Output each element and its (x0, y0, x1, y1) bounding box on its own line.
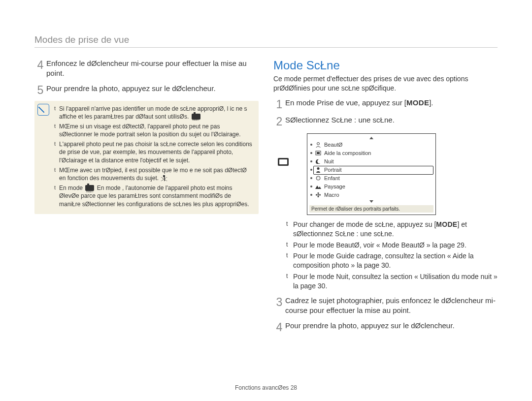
scene-menu-wrap: BeautØ Aide la composition Nuit (290, 132, 436, 220)
step-5: 5 Pour prendre la photo, appuyez sur le … (34, 84, 259, 96)
note-text: En mode (59, 185, 83, 191)
note-box: Si l'appareil n'arrive pas identifier un… (34, 101, 259, 214)
scene-item-landscape[interactable]: Paysage (307, 183, 435, 191)
manual-page: Modes de prise de vue 4 Enfoncez le dØcl… (0, 0, 532, 401)
scene-item-compose[interactable]: Aide la composition (307, 149, 435, 157)
bullet-icon (310, 185, 312, 187)
step-text: SØlectionnez ScŁne : une scŁne. (285, 115, 498, 127)
svg-point-5 (317, 178, 318, 178)
step-number: 2 (273, 115, 285, 127)
page-title: Modes de prise de vue (34, 34, 498, 48)
right-step-2: 2 SØlectionnez ScŁne : une scŁne. (273, 115, 498, 127)
smart-camera-icon: SMART (85, 185, 94, 191)
tripod-icon (161, 175, 167, 181)
right-step-4: 4 Pour prendre la photo, appuyez sur le … (273, 321, 498, 333)
note-text: Si l'appareil n'arrive pas identifier un… (59, 105, 247, 120)
two-column-layout: 4 Enfoncez le dØclencheur mi-course pour… (34, 59, 498, 338)
beauty-icon (315, 142, 322, 148)
frame-icon (315, 150, 322, 156)
scene-label: Macro (324, 192, 432, 198)
step-number: 1 (273, 98, 285, 110)
moon-icon (315, 158, 322, 164)
svg-point-6 (319, 178, 319, 178)
right-step-3: 3 Cadrez le sujet photographier, puis en… (273, 296, 498, 316)
bullet-icon (310, 169, 312, 171)
scene-mode-icon (278, 158, 289, 166)
pencil-icon (38, 107, 44, 113)
scene-label: Nuit (324, 158, 432, 164)
svg-point-0 (317, 143, 320, 145)
svg-point-8 (318, 192, 319, 194)
step-number: 4 (273, 321, 285, 333)
svg-point-10 (316, 194, 317, 196)
landscape-icon (315, 184, 322, 189)
step-text: Enfoncez le dØclencheur mi-course pour e… (46, 59, 259, 79)
right-column: Mode ScŁne Ce mode permet d'effectuer de… (273, 59, 498, 338)
scene-item-beauty[interactable]: BeautØ (307, 141, 435, 149)
svg-point-11 (319, 194, 321, 196)
step-text: Cadrez le sujet photographier, puis enfo… (285, 296, 498, 316)
note-item: L'appareil photo peut ne pas choisir la … (54, 140, 254, 164)
text: En mode Prise de vue, appuyez sur [ (285, 98, 406, 107)
section-title: Mode ScŁne (273, 59, 498, 72)
scene-description: Permet de rØaliser des portraits parfait… (309, 205, 433, 213)
scene-item-child[interactable]: Enfant (307, 174, 435, 183)
section-description: Ce mode permet d'effectuer des prises de… (273, 74, 498, 93)
step-text: Pour prendre la photo, appuyez sur le dØ… (46, 84, 259, 96)
bullet-icon (310, 194, 312, 196)
text: Pour changer de mode de scŁne, appuyez s… (293, 220, 436, 228)
step-number: 4 (34, 59, 46, 79)
flower-icon (315, 192, 322, 198)
scene-label: Aide la composition (324, 150, 432, 156)
scene-label: Enfant (324, 175, 432, 181)
step-4: 4 Enfoncez le dØclencheur mi-course pour… (34, 59, 259, 79)
note-icon (37, 104, 49, 116)
svg-rect-2 (317, 152, 320, 154)
svg-point-7 (318, 194, 319, 196)
svg-point-9 (318, 196, 319, 197)
note-text: MŒme avec un trØpied, il est possible qu… (59, 167, 247, 182)
right-step-1: 1 En mode Prise de vue, appuyez sur [MOD… (273, 98, 498, 110)
step-number: 5 (34, 84, 46, 96)
portrait-icon (315, 167, 322, 173)
tips-list: Pour changer de mode de scŁne, appuyez s… (286, 220, 498, 291)
tip-item: Pour le mode Guide cadrage, consultez la… (286, 251, 498, 270)
bullet-icon (310, 144, 312, 146)
scene-label: Portrait (324, 167, 432, 173)
note-item: Si l'appareil n'arrive pas identifier un… (54, 105, 254, 121)
scene-label: BeautØ (324, 142, 432, 148)
tip-item: Pour le mode BeautØ, voir « Mode BeautØ … (286, 241, 498, 250)
note-item: MŒme avec un trØpied, il est possible qu… (54, 166, 254, 182)
scene-item-portrait[interactable]: Portrait (307, 166, 435, 174)
page-footer: Fonctions avancØes 28 (0, 384, 532, 391)
bullet-icon (310, 160, 312, 162)
child-icon (315, 175, 322, 181)
scene-selection-panel: BeautØ Aide la composition Nuit (307, 133, 436, 215)
step-text: En mode Prise de vue, appuyez sur [MODE]… (285, 98, 498, 110)
scroll-down[interactable] (307, 199, 435, 204)
step-number: 3 (273, 296, 285, 316)
footer-page-number: 28 (291, 384, 297, 391)
tip-item: Pour changer de mode de scŁne, appuyez s… (286, 220, 498, 239)
scene-label: Paysage (324, 184, 432, 189)
step-text: Pour prendre la photo, appuyez sur le dØ… (285, 321, 498, 333)
note-item: En mode SMART En mode , l'autonomie de l… (54, 184, 254, 208)
scene-item-macro[interactable]: Macro (307, 191, 435, 199)
mode-key: MODE (406, 98, 429, 107)
chevron-down-icon (369, 200, 373, 203)
mode-key: MODE (436, 220, 457, 228)
note-list: Si l'appareil n'arrive pas identifier un… (54, 105, 254, 208)
bullet-icon (310, 177, 312, 179)
note-item: MŒme si un visage est dØtectØ, l'apparei… (54, 123, 254, 138)
smart-camera-icon: SMART (192, 114, 200, 120)
chevron-up-icon (369, 137, 373, 139)
bullet-icon (310, 152, 312, 154)
svg-point-3 (317, 167, 320, 170)
scene-item-night[interactable]: Nuit (307, 157, 435, 166)
footer-label: Fonctions avancØes (235, 384, 289, 391)
left-column: 4 Enfoncez le dØclencheur mi-course pour… (34, 59, 259, 338)
tip-item: Pour le mode Nuit, consultez la section … (286, 272, 498, 291)
text: ]. (429, 98, 433, 107)
scroll-up[interactable] (307, 136, 435, 141)
svg-point-4 (316, 176, 320, 180)
